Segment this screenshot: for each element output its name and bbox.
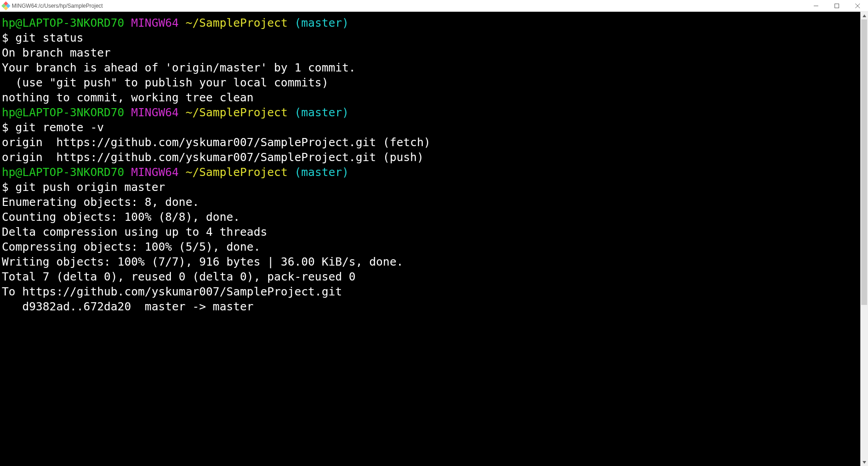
command-line: $ git push origin master (2, 180, 866, 195)
output-line: origin https://github.com/yskumar007/Sam… (2, 150, 866, 165)
svg-marker-5 (863, 461, 866, 464)
output-line: Total 7 (delta 0), reused 0 (delta 0), p… (2, 269, 866, 284)
output-line: Counting objects: 100% (8/8), done. (2, 209, 866, 224)
prompt-line: hp@LAPTOP-3NKORD70 MINGW64 ~/SampleProje… (2, 105, 866, 120)
svg-rect-1 (835, 4, 839, 8)
output-line: d9382ad..672da20 master -> master (2, 299, 866, 314)
prompt-line: hp@LAPTOP-3NKORD70 MINGW64 ~/SampleProje… (2, 15, 866, 30)
svg-marker-4 (863, 14, 866, 17)
terminal-output[interactable]: hp@LAPTOP-3NKORD70 MINGW64 ~/SampleProje… (0, 12, 868, 466)
prompt-line: hp@LAPTOP-3NKORD70 MINGW64 ~/SampleProje… (2, 165, 866, 180)
window-title: MINGW64:/c/Users/hp/SampleProject (12, 3, 103, 9)
output-line: Your branch is ahead of 'origin/master' … (2, 60, 866, 75)
app-icon (1, 1, 10, 10)
maximize-button[interactable] (826, 0, 847, 11)
output-line: Writing objects: 100% (7/7), 916 bytes |… (2, 254, 866, 269)
scroll-up-button[interactable] (860, 12, 868, 19)
window-controls (806, 0, 868, 11)
scrollbar-track[interactable] (860, 12, 868, 466)
command-line: $ git remote -v (2, 120, 866, 135)
window-titlebar: MINGW64:/c/Users/hp/SampleProject (0, 0, 868, 12)
output-line: nothing to commit, working tree clean (2, 90, 866, 105)
output-line: To https://github.com/yskumar007/SampleP… (2, 284, 866, 299)
output-line: Delta compression using up to 4 threads (2, 224, 866, 239)
titlebar-left: MINGW64:/c/Users/hp/SampleProject (0, 3, 806, 9)
close-button[interactable] (847, 0, 868, 11)
scroll-down-button[interactable] (860, 458, 868, 466)
scroll-thumb-area[interactable] (860, 19, 868, 458)
scroll-thumb[interactable] (861, 19, 867, 305)
output-line: (use "git push" to publish your local co… (2, 75, 866, 90)
output-line: Enumerating objects: 8, done. (2, 195, 866, 209)
minimize-button[interactable] (806, 0, 826, 11)
output-line: On branch master (2, 45, 866, 60)
command-line: $ git status (2, 30, 866, 45)
output-line: Compressing objects: 100% (5/5), done. (2, 239, 866, 254)
terminal-area: hp@LAPTOP-3NKORD70 MINGW64 ~/SampleProje… (0, 12, 868, 466)
output-line: origin https://github.com/yskumar007/Sam… (2, 135, 866, 150)
